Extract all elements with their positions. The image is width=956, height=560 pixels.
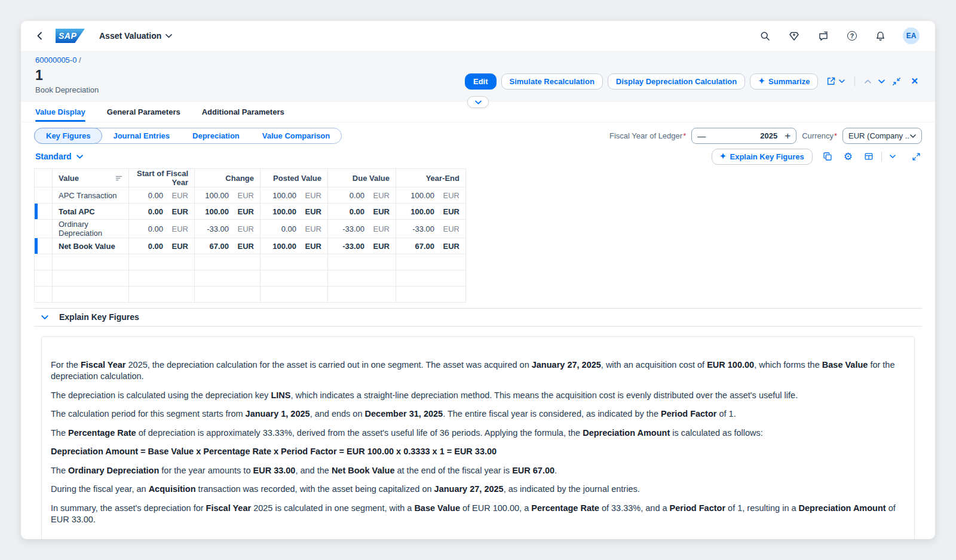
search-icon[interactable] (759, 30, 771, 42)
feedback-icon[interactable] (817, 30, 830, 42)
export-icon[interactable] (863, 150, 875, 162)
amount-cell: 100.00EUR (396, 187, 466, 204)
ai-assistant-icon[interactable] (788, 30, 801, 42)
export-menu-chevron-icon[interactable] (888, 153, 897, 159)
settings-gear-icon[interactable]: ⚙ (842, 150, 854, 163)
edit-button[interactable]: Edit (465, 73, 497, 90)
row-label: Net Book Value (53, 238, 129, 254)
header-actions: Edit Simulate Recalculation Display Depr… (465, 73, 920, 90)
tab-additional-parameters[interactable]: Additional Parameters (202, 102, 284, 122)
sap-logo-text: SAP (59, 31, 76, 41)
column-header-value[interactable]: Value (53, 169, 129, 187)
collapse-chevron-icon (41, 315, 48, 319)
row-label: Total APC (53, 204, 129, 220)
column-header-year-end[interactable]: Year-End (396, 169, 466, 187)
row-label (53, 270, 129, 287)
column-header-due-value[interactable]: Due Value (328, 169, 396, 187)
divider (881, 152, 882, 162)
user-avatar[interactable]: EA (903, 27, 920, 44)
decrement-icon[interactable]: — (697, 132, 706, 140)
amount-cell (328, 287, 396, 303)
currency-value: EUR (Company ... (848, 131, 910, 140)
currency-select[interactable]: EUR (Company ... (842, 128, 922, 144)
increment-icon[interactable]: + (785, 131, 790, 141)
copy-icon[interactable] (822, 150, 834, 162)
table-header-row: Value Start of Fiscal Year Change Posted… (35, 169, 466, 187)
notifications-bell-icon[interactable] (874, 30, 887, 42)
column-header-posted-value[interactable]: Posted Value (261, 169, 328, 187)
table-row[interactable] (35, 254, 466, 270)
tab-general-parameters[interactable]: General Parameters (107, 102, 180, 122)
simulate-recalculation-button[interactable]: Simulate Recalculation (501, 73, 603, 90)
row-highlight-marker (35, 287, 53, 303)
close-icon[interactable]: ✕ (909, 75, 920, 88)
amount-cell (261, 254, 328, 270)
object-page-header: 60000005-0 / 1 Book Depreciation Edit Si… (21, 51, 935, 102)
table-row[interactable]: Net Book Value0.00EUR67.00EUR100.00EUR-3… (35, 238, 466, 254)
amount-cell: 0.00EUR (328, 204, 396, 220)
navigate-up-icon[interactable] (863, 78, 872, 85)
value-display-switch: Key Figures Journal Entries Depreciation… (34, 128, 342, 144)
explanation-paragraph: The Ordinary Depreciation for the year a… (51, 465, 905, 476)
summarize-label: Summarize (768, 77, 810, 86)
key-figures-table: Value Start of Fiscal Year Change Posted… (34, 168, 466, 303)
fiscal-year-stepper[interactable]: — 2025 + (691, 128, 796, 144)
breadcrumb-link[interactable]: 60000005-0 (35, 56, 76, 64)
chevron-down-icon (76, 155, 83, 159)
subtab-key-figures[interactable]: Key Figures (34, 128, 102, 144)
table-row[interactable] (35, 287, 466, 303)
amount-cell: 100.00EUR (195, 204, 261, 220)
summarize-button[interactable]: ✦ Summarize (750, 73, 818, 90)
required-marker: * (834, 131, 837, 140)
column-header-start-of-fiscal-year[interactable]: Start of Fiscal Year (129, 169, 195, 187)
fullscreen-icon[interactable] (911, 151, 922, 162)
explain-section-title: Explain Key Figures (59, 312, 139, 322)
table-row[interactable]: APC Transaction0.00EUR100.00EUR100.00EUR… (35, 187, 466, 204)
amount-cell: 0.00EUR (261, 220, 328, 238)
table-row[interactable]: Total APC0.00EUR100.00EUR100.00EUR0.00EU… (35, 204, 466, 220)
amount-cell (129, 287, 195, 303)
explain-key-figures-button[interactable]: ✦ Explain Key Figures (712, 149, 813, 165)
help-icon[interactable]: ? (846, 30, 858, 42)
amount-cell: 100.00EUR (396, 204, 466, 220)
display-depreciation-calculation-button[interactable]: Display Depreciation Calculation (608, 73, 745, 90)
tab-value-display[interactable]: Value Display (35, 102, 85, 122)
table-row[interactable] (35, 270, 466, 287)
explain-section-header[interactable]: Explain Key Figures (34, 309, 922, 327)
amount-cell: 67.00EUR (396, 238, 466, 254)
amount-cell (129, 270, 195, 287)
amount-cell (328, 270, 396, 287)
row-label: APC Transaction (53, 187, 129, 204)
column-header-change[interactable]: Change (195, 169, 261, 187)
row-highlight-marker (35, 204, 53, 220)
gear-glyph: ⚙ (844, 152, 853, 162)
amount-cell: -33.00EUR (328, 220, 396, 238)
explanation-paragraph: The calculation period for this segment … (51, 408, 905, 420)
sap-logo[interactable]: SAP (56, 29, 85, 43)
app-title-menu[interactable]: Asset Valuation (99, 31, 172, 41)
share-icon[interactable] (825, 75, 846, 87)
subtab-journal-entries[interactable]: Journal Entries (102, 128, 181, 143)
subtab-depreciation[interactable]: Depreciation (181, 128, 251, 143)
back-icon[interactable] (35, 30, 44, 41)
key-figures-table-body: APC Transaction0.00EUR100.00EUR100.00EUR… (35, 187, 466, 303)
fiscal-year-value[interactable]: 2025 (706, 131, 785, 140)
chevron-down-icon (910, 134, 916, 138)
amount-cell: 100.00EUR (261, 204, 328, 220)
row-highlight-marker (35, 220, 53, 238)
exit-fullscreen-icon[interactable] (891, 76, 902, 87)
app-title: Asset Valuation (99, 31, 161, 41)
amount-cell (328, 254, 396, 270)
page-title: 1 (35, 68, 99, 82)
row-highlight-marker (35, 254, 53, 270)
amount-cell: 0.00EUR (129, 204, 195, 220)
explanation-paragraph: The depreciation is calculated using the… (51, 390, 905, 401)
navigate-down-icon[interactable] (877, 78, 886, 85)
variant-selector[interactable]: Standard (34, 152, 83, 161)
amount-cell: 0.00EUR (328, 187, 396, 204)
explanation-paragraph: The Percentage Rate of depreciation is a… (51, 427, 905, 439)
table-row[interactable]: Ordinary Depreciation0.00EUR-33.00EUR0.0… (35, 220, 466, 238)
sort-icon (115, 176, 122, 181)
header-collapse-button[interactable] (467, 96, 489, 108)
subtab-value-comparison[interactable]: Value Comparison (251, 128, 341, 143)
